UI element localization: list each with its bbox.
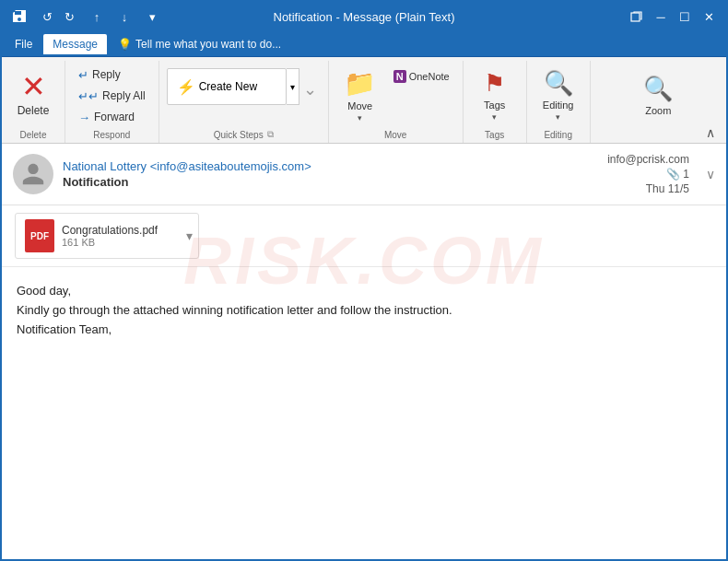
forward-icon: → xyxy=(78,111,90,124)
tags-group-label: Tags xyxy=(471,130,519,143)
minimize-button[interactable]: ─ xyxy=(651,6,671,27)
reply-all-button[interactable]: ↵↵ Reply All xyxy=(73,86,151,106)
sender-address: National Lottery <info@asiteaboutemojis.… xyxy=(63,159,598,173)
quicksteps-expand-icon: ⧉ xyxy=(267,129,274,140)
tags-label: Tags xyxy=(484,99,505,111)
ribbon: ✕ Delete Delete ↵ Reply ↵↵ Reply All → F… xyxy=(2,57,726,144)
ribbon-collapse-icon[interactable]: ∧ xyxy=(706,125,715,140)
lightning-icon: ⚡ xyxy=(177,78,195,96)
mail-metadata: National Lottery <info@asiteaboutemojis.… xyxy=(63,159,598,189)
ribbon-group-delete: ✕ Delete Delete xyxy=(2,61,65,143)
email-subject: Notification xyxy=(63,175,598,189)
move-group-label: Move xyxy=(336,130,455,143)
create-new-label: Create New xyxy=(199,80,257,93)
forward-button[interactable]: → Forward xyxy=(73,107,140,127)
attachment-count: 1 xyxy=(683,168,689,181)
save-button[interactable] xyxy=(9,6,29,27)
attachment-dropdown-icon[interactable]: ▾ xyxy=(186,228,193,243)
zoom-icon: 🔍 xyxy=(643,75,673,103)
editing-button[interactable]: 🔍 Editing ▾ xyxy=(534,64,582,125)
mail-to-area: info@pcrisk.com 📎 1 Thu 11/5 xyxy=(607,153,689,195)
recipient-address: info@pcrisk.com xyxy=(607,153,689,166)
menu-file[interactable]: File xyxy=(6,34,41,54)
delete-button[interactable]: ✕ Delete xyxy=(9,64,57,125)
create-new-button[interactable]: ⚡ Create New xyxy=(167,68,287,105)
move-arrow-icon: ▾ xyxy=(358,113,362,123)
attachment-info: Congratulations.pdf 161 KB xyxy=(62,224,158,248)
person-icon xyxy=(20,161,46,187)
body-line-1: Good day, xyxy=(17,282,711,301)
attachment-area: PDF Congratulations.pdf 161 KB ▾ xyxy=(2,205,726,267)
tell-me-text[interactable]: Tell me what you want to do... xyxy=(135,38,281,51)
respond-group-label: Respond xyxy=(73,130,151,143)
sender-avatar xyxy=(13,154,53,194)
svg-rect-0 xyxy=(631,13,640,21)
ribbon-group-move: 📁 Move ▾ N OneNote Move xyxy=(329,61,464,143)
menu-bar: File Message 💡 Tell me what you want to … xyxy=(2,31,726,57)
reply-button[interactable]: ↵ Reply xyxy=(73,64,126,85)
undo-button[interactable]: ↺ xyxy=(37,6,57,27)
restore-button[interactable] xyxy=(627,6,647,27)
editing-label: Editing xyxy=(543,99,574,111)
email-body: Good day, Kindly go through the attached… xyxy=(2,267,726,354)
onenote-button[interactable]: N OneNote xyxy=(388,66,455,87)
attachment-filesize: 161 KB xyxy=(62,237,158,248)
redo-button[interactable]: ↻ xyxy=(59,6,79,27)
title-bar: ↺ ↻ ↑ ↓ ▾ Notification - Message (Plain … xyxy=(2,2,726,31)
editing-group-label: Editing xyxy=(534,130,582,143)
attachment-item[interactable]: PDF Congratulations.pdf 161 KB ▾ xyxy=(15,213,199,259)
download-button[interactable]: ↓ xyxy=(114,6,135,27)
ribbon-group-tags: ⚑ Tags ▾ Tags xyxy=(464,61,527,143)
ribbon-group-editing: 🔍 Editing ▾ Editing xyxy=(527,61,591,143)
move-button[interactable]: 📁 Move ▾ xyxy=(336,64,384,125)
reply-label: Reply xyxy=(92,68,121,81)
move-label: Move xyxy=(347,100,372,111)
reply-all-label: Reply All xyxy=(102,89,146,102)
zoom-button[interactable]: 🔍 Zoom xyxy=(634,64,682,125)
forward-label: Forward xyxy=(94,111,135,123)
expand-button[interactable]: ⌄ xyxy=(299,64,321,99)
body-line-3: Notification Team, xyxy=(17,321,711,340)
delete-label: Delete xyxy=(18,105,50,117)
customize-button[interactable]: ▾ xyxy=(142,6,162,27)
body-line-2: Kindly go through the attached winning n… xyxy=(17,301,711,321)
undo-redo-group: ↺ ↻ xyxy=(37,6,79,27)
reply-all-icon: ↵↵ xyxy=(78,89,99,103)
pdf-icon: PDF xyxy=(25,219,54,252)
tags-arrow-icon: ▾ xyxy=(492,112,497,122)
ribbon-group-respond: ↵ Reply ↵↵ Reply All → Forward Respond xyxy=(65,61,159,143)
email-date: Thu 11/5 xyxy=(646,182,689,195)
quick-steps-dropdown[interactable]: ▾ xyxy=(287,68,299,105)
onenote-label: OneNote xyxy=(409,71,450,82)
mail-content-area: National Lottery <info@asiteaboutemojis.… xyxy=(2,144,726,354)
tags-flag-icon: ⚑ xyxy=(484,69,505,98)
ribbon-group-zoom: 🔍 Zoom ∧ xyxy=(591,61,726,143)
close-button[interactable]: ✕ xyxy=(699,6,719,27)
move-folder-icon: 📁 xyxy=(344,68,376,99)
attachment-indicator: 📎 1 xyxy=(666,168,689,181)
onenote-icon: N xyxy=(393,70,406,83)
zoom-group-label: ∧ xyxy=(598,125,719,143)
maximize-button[interactable]: ☐ xyxy=(675,6,695,27)
editing-arrow-icon: ▾ xyxy=(556,112,560,122)
delete-group-label: Delete xyxy=(20,130,47,143)
window-controls: ─ ☐ ✕ xyxy=(627,6,719,27)
upload-button[interactable]: ↑ xyxy=(87,6,107,27)
delete-icon: ✕ xyxy=(21,72,46,101)
expand-email-button[interactable]: ∨ xyxy=(706,167,715,181)
attachment-filename: Congratulations.pdf xyxy=(62,224,158,237)
search-editing-icon: 🔍 xyxy=(544,69,573,98)
ribbon-group-quicksteps: ⚡ Create New ▾ ⌄ Quick Steps ⧉ xyxy=(159,61,329,143)
title-bar-left: ↺ ↻ ↑ ↓ ▾ xyxy=(9,6,162,27)
reply-icon: ↵ xyxy=(78,68,88,82)
menu-message[interactable]: Message xyxy=(43,34,107,54)
quick-steps-control[interactable]: ⚡ Create New ▾ xyxy=(167,68,299,105)
paperclip-icon: 📎 xyxy=(666,168,680,181)
tags-button[interactable]: ⚑ Tags ▾ xyxy=(471,64,519,125)
tell-me-input[interactable]: 💡 Tell me what you want to do... xyxy=(109,38,290,51)
window-title: Notification - Message (Plain Text) xyxy=(273,10,454,24)
mail-header: National Lottery <info@asiteaboutemojis.… xyxy=(2,144,726,205)
quicksteps-group-label: Quick Steps ⧉ xyxy=(167,129,321,143)
zoom-label: Zoom xyxy=(645,105,671,116)
lightbulb-icon: 💡 xyxy=(118,38,132,51)
